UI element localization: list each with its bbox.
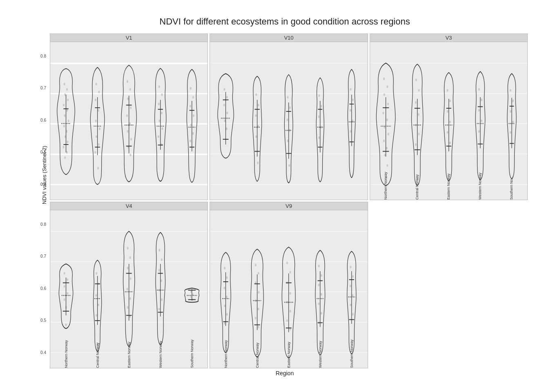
y-axis-label: NDVI values (Sentinel-2) <box>41 198 47 204</box>
svg-point-87 <box>226 127 228 130</box>
svg-point-94 <box>255 114 257 117</box>
svg-point-122 <box>352 98 354 101</box>
svg-point-223 <box>130 277 132 280</box>
svg-point-31 <box>96 135 97 138</box>
svg-point-10 <box>63 104 65 106</box>
svg-point-25 <box>96 83 97 85</box>
facet-v9-header: V9 <box>210 202 367 210</box>
svg-point-186 <box>509 110 511 113</box>
v9-xlabel-central: Central Norway <box>255 325 259 368</box>
svg-point-243 <box>190 291 192 293</box>
svg-point-179 <box>478 130 480 133</box>
svg-point-175 <box>478 88 480 91</box>
svg-point-156 <box>417 113 419 116</box>
v4-xlabel-southern: Southern Norway <box>190 325 194 368</box>
svg-point-138 <box>383 93 385 96</box>
svg-point-261 <box>224 305 226 307</box>
svg-point-65 <box>190 87 192 89</box>
svg-point-103 <box>289 107 291 109</box>
svg-point-226 <box>127 306 129 309</box>
svg-point-40 <box>129 88 131 91</box>
svg-point-222 <box>127 267 129 269</box>
svg-point-57 <box>158 120 160 122</box>
svg-point-285 <box>290 310 291 312</box>
chart-title: NDVI for different ecosystems in good co… <box>42 16 528 27</box>
v3-xlabel-western: Western Norway <box>478 156 482 200</box>
svg-point-168 <box>449 120 451 123</box>
svg-point-42 <box>130 107 132 109</box>
svg-point-29 <box>95 120 97 122</box>
svg-point-214 <box>96 314 97 316</box>
svg-point-141 <box>386 118 388 121</box>
svg-point-201 <box>64 285 65 287</box>
svg-point-12 <box>64 114 66 117</box>
svg-point-43 <box>126 114 128 117</box>
svg-point-221 <box>129 256 131 259</box>
svg-point-71 <box>190 140 191 142</box>
svg-point-280 <box>286 261 288 264</box>
svg-point-237 <box>161 298 163 301</box>
svg-point-232 <box>158 249 160 252</box>
svg-point-41 <box>127 98 129 100</box>
svg-point-7 <box>66 88 68 91</box>
svg-point-235 <box>161 279 162 282</box>
svg-point-44 <box>129 122 131 125</box>
svg-point-305 <box>350 285 351 287</box>
facet-v4: V4 <box>50 202 208 368</box>
svg-point-225 <box>129 297 131 300</box>
svg-point-55 <box>158 103 160 105</box>
svg-point-20 <box>64 156 66 159</box>
svg-point-297 <box>321 312 322 314</box>
v3-xlabel-central: Central Norway <box>415 156 419 200</box>
facet-v10: V10 <box>210 33 368 200</box>
svg-point-308 <box>352 313 354 316</box>
v4-xlabel-western: Western Norway <box>158 325 163 368</box>
svg-point-210 <box>96 272 97 274</box>
svg-point-121 <box>350 88 352 91</box>
svg-point-262 <box>226 313 228 316</box>
svg-point-13 <box>68 120 69 122</box>
svg-point-125 <box>350 130 352 133</box>
svg-point-102 <box>287 96 289 98</box>
svg-point-136 <box>383 78 385 80</box>
svg-point-143 <box>387 133 389 135</box>
svg-point-83 <box>226 96 228 98</box>
v4-xlabel-northern: Northern Norway <box>64 325 68 368</box>
svg-point-6 <box>64 83 65 85</box>
svg-point-257 <box>224 267 226 269</box>
svg-point-245 <box>190 296 192 298</box>
svg-point-303 <box>350 266 352 268</box>
svg-point-273 <box>258 308 259 310</box>
svg-point-26 <box>98 91 100 93</box>
facet-v1-header: V1 <box>50 34 208 42</box>
facet-v10-header: V10 <box>210 34 367 42</box>
svg-point-293 <box>321 274 322 276</box>
svg-point-53 <box>158 85 160 88</box>
chart-container: NDVI for different ecosystems in good co… <box>13 8 536 384</box>
svg-point-82 <box>224 88 225 91</box>
svg-point-200 <box>67 278 68 281</box>
svg-point-17 <box>67 140 68 143</box>
v9-xlabel-northern: Northern Norway <box>224 325 228 368</box>
svg-point-283 <box>290 292 291 294</box>
svg-point-48 <box>130 154 132 156</box>
svg-point-169 <box>446 131 448 134</box>
svg-point-93 <box>258 104 259 106</box>
svg-point-84 <box>223 104 225 106</box>
svg-point-306 <box>352 294 354 296</box>
svg-point-104 <box>287 118 288 121</box>
svg-point-271 <box>258 291 260 294</box>
svg-point-274 <box>255 317 257 319</box>
svg-point-165 <box>446 89 448 91</box>
svg-point-66 <box>192 96 194 98</box>
svg-point-176 <box>481 98 482 101</box>
svg-point-123 <box>350 109 351 111</box>
svg-point-203 <box>64 298 65 301</box>
facet-empty <box>370 202 528 368</box>
svg-point-184 <box>509 89 511 91</box>
svg-point-212 <box>96 294 97 296</box>
svg-point-68 <box>193 114 194 117</box>
svg-point-69 <box>190 124 192 126</box>
svg-point-154 <box>418 89 420 91</box>
svg-point-258 <box>226 276 228 278</box>
